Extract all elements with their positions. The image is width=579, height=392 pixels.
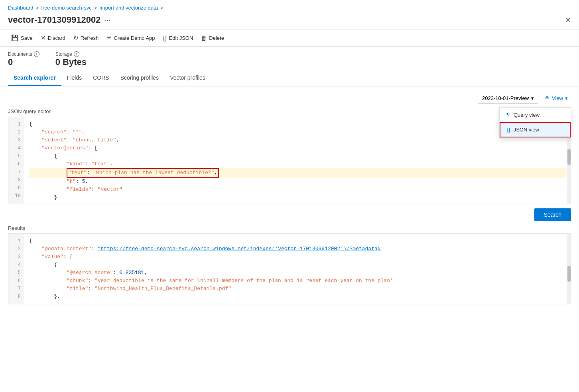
code-line-6: "kind": "text", bbox=[29, 160, 566, 168]
code-line-2: "search": "*", bbox=[29, 128, 566, 136]
code-line-5: { bbox=[29, 152, 566, 160]
view-controls: 2023-10-01-Preview ▾ 👁 View ▾ bbox=[8, 93, 571, 104]
save-button[interactable]: 💾 Save bbox=[8, 33, 36, 43]
code-line-9: "fields": "vector" bbox=[29, 186, 566, 194]
chevron-down-icon: ▾ bbox=[531, 95, 534, 101]
delete-icon: 🗑 bbox=[201, 35, 207, 41]
result-line-8: }, bbox=[29, 293, 566, 301]
breadcrumb-service[interactable]: free-demo-search-svc bbox=[41, 5, 91, 11]
discard-icon: ✕ bbox=[41, 34, 46, 41]
create-demo-app-button[interactable]: ✳ Create Demo App bbox=[103, 33, 158, 43]
tab-search-explorer[interactable]: Search explorer bbox=[8, 71, 61, 86]
line-numbers: 1 2 3 4 5 6 7 8 9 10 bbox=[8, 117, 24, 204]
json-editor-section: JSON query editor 1 2 3 4 5 6 7 8 9 10 { bbox=[8, 108, 571, 204]
toolbar: 💾 Save ✕ Discard ↻ Refresh ✳ Create Demo… bbox=[0, 29, 579, 47]
main-content: 2023-10-01-Preview ▾ 👁 View ▾ ⧨ Query vi… bbox=[0, 86, 579, 311]
refresh-button[interactable]: ↻ Refresh bbox=[70, 33, 102, 43]
demo-app-icon: ✳ bbox=[106, 34, 112, 41]
close-button[interactable]: ✕ bbox=[565, 16, 571, 24]
code-line-8: "k": 5, bbox=[29, 178, 566, 186]
view-icon: 👁 bbox=[545, 95, 550, 101]
more-options-button[interactable]: ··· bbox=[104, 16, 110, 24]
result-line-7: "title": "Northwind_Health_Plus_Benefits… bbox=[29, 285, 566, 293]
documents-info-icon: i bbox=[34, 51, 39, 57]
breadcrumb: Dashboard > free-demo-search-svc > Impor… bbox=[0, 0, 579, 13]
json-icon: {} bbox=[163, 35, 167, 41]
result-line-4: { bbox=[29, 261, 566, 269]
refresh-icon: ↻ bbox=[73, 34, 79, 41]
search-button[interactable]: Search bbox=[534, 208, 571, 221]
code-content[interactable]: { "search": "*", "select": "chunk, title… bbox=[24, 117, 571, 204]
page-title: vector-1701309912002 bbox=[8, 15, 100, 25]
tab-vector-profiles[interactable]: Vector profiles bbox=[164, 71, 211, 86]
result-line-1: { bbox=[29, 237, 566, 245]
view-dropdown-button[interactable]: 👁 View ▾ bbox=[542, 93, 571, 104]
discard-button[interactable]: ✕ Discard bbox=[37, 33, 69, 43]
breadcrumb-import[interactable]: Import and vectorize data bbox=[99, 5, 158, 11]
results-section: Results 1 2 3 4 5 6 7 8 { "@odata.contex… bbox=[8, 225, 571, 304]
code-line-1: { bbox=[29, 120, 566, 128]
tab-cors[interactable]: CORS bbox=[87, 71, 114, 86]
code-line-3: "select": "chunk, title", bbox=[29, 136, 566, 144]
tab-scoring-profiles[interactable]: Scoring profiles bbox=[115, 71, 165, 86]
result-line-3: "value": [ bbox=[29, 253, 566, 261]
code-line-7: "text": "Which plan has the lowest deduc… bbox=[29, 168, 566, 178]
result-line-6: "chunk": "year deductible is the same fo… bbox=[29, 277, 566, 285]
breadcrumb-dashboard[interactable]: Dashboard bbox=[8, 5, 33, 11]
filter-icon: ⧨ bbox=[506, 112, 510, 118]
query-view-option[interactable]: ⧨ Query view bbox=[500, 108, 571, 122]
view-chevron-icon: ▾ bbox=[565, 95, 568, 101]
documents-stat: Documents i 0 bbox=[8, 51, 39, 67]
json-view-option[interactable]: {} JSON view bbox=[500, 122, 571, 137]
delete-button[interactable]: 🗑 Delete bbox=[198, 33, 227, 43]
results-scrollbar[interactable] bbox=[567, 234, 571, 304]
tab-fields[interactable]: Fields bbox=[61, 71, 87, 86]
result-line-2: "@odata.context": "https://free-demo-sea… bbox=[29, 245, 566, 253]
stats-bar: Documents i 0 Storage i 0 Bytes bbox=[0, 47, 579, 71]
save-icon: 💾 bbox=[11, 34, 19, 41]
storage-info-icon: i bbox=[74, 51, 79, 57]
editor-label: JSON query editor bbox=[8, 108, 571, 114]
results-editor[interactable]: 1 2 3 4 5 6 7 8 { "@odata.context": "htt… bbox=[8, 233, 571, 304]
storage-stat: Storage i 0 Bytes bbox=[55, 51, 87, 67]
braces-icon: {} bbox=[507, 127, 510, 133]
title-bar: vector-1701309912002 ··· ✕ bbox=[0, 13, 579, 29]
view-dropdown-menu: ⧨ Query view {} JSON view bbox=[499, 107, 571, 138]
edit-json-button[interactable]: {} Edit JSON bbox=[160, 33, 197, 43]
results-content: { "@odata.context": "https://free-demo-s… bbox=[24, 234, 571, 304]
odata-url[interactable]: "https://free-demo-search-svc.search.win… bbox=[98, 246, 381, 252]
search-button-row: Search bbox=[8, 208, 571, 221]
result-line-5: "@search.score": 0.835181, bbox=[29, 269, 566, 277]
results-label: Results bbox=[8, 225, 571, 231]
api-version-dropdown[interactable]: 2023-10-01-Preview ▾ bbox=[478, 93, 538, 104]
json-editor[interactable]: 1 2 3 4 5 6 7 8 9 10 { "search": "*", "s… bbox=[8, 117, 571, 204]
code-line-4: "vectorQueries": [ bbox=[29, 144, 566, 152]
code-line-10: } bbox=[29, 194, 566, 202]
results-line-numbers: 1 2 3 4 5 6 7 8 bbox=[8, 234, 24, 304]
tabs: Search explorer Fields CORS Scoring prof… bbox=[0, 71, 579, 86]
